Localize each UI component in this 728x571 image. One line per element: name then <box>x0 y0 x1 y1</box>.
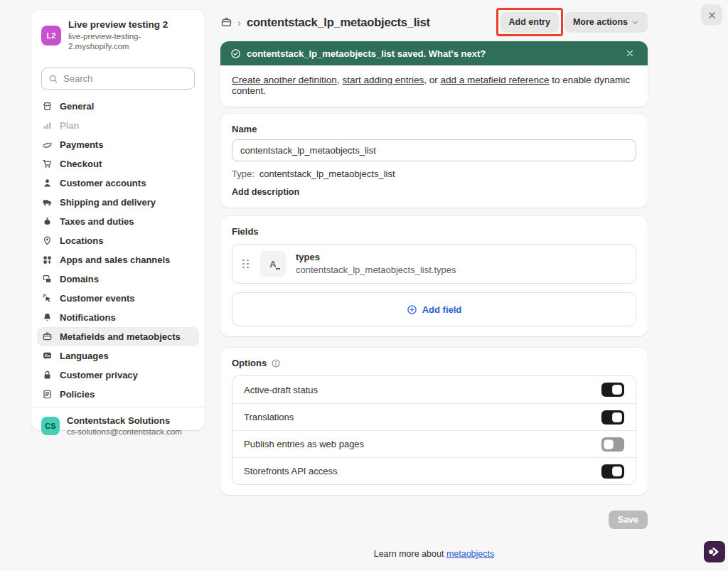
apps-grid-icon <box>42 255 53 265</box>
sidebar-item-general[interactable]: General <box>37 97 199 116</box>
policies-icon <box>42 389 53 400</box>
field-name: types <box>296 252 456 263</box>
sidebar-item-checkout[interactable]: Checkout <box>37 154 199 174</box>
user-email: cs-solutions@contentstack.com <box>67 427 182 437</box>
bell-icon <box>42 312 53 323</box>
drag-handle-icon[interactable] <box>242 260 249 269</box>
languages-icon: Aa <box>42 351 53 361</box>
sidebar-item-shipping[interactable]: Shipping and delivery <box>37 193 199 212</box>
sidebar-item-label: General <box>60 101 94 112</box>
truck-icon <box>42 197 53 208</box>
search-box[interactable] <box>41 68 195 90</box>
type-label: Type: <box>232 169 255 179</box>
search-input[interactable] <box>63 73 188 84</box>
create-another-definition-link[interactable]: Create another definition <box>232 75 337 85</box>
domains-icon <box>42 274 53 284</box>
store-icon <box>42 101 53 112</box>
svg-text:a: a <box>48 353 50 358</box>
learn-more-prefix: Learn more about <box>374 549 446 559</box>
field-row-types[interactable]: A types contentstack_lp_metaobjects_list… <box>232 244 636 284</box>
success-banner: contentstack_lp_metaobjects_list saved. … <box>220 41 648 107</box>
user-name: Contentstack Solutions <box>67 415 182 426</box>
metaobjects-link[interactable]: metaobjects <box>446 549 494 559</box>
sidebar-item-plan[interactable]: Plan <box>37 116 199 135</box>
toggle-knob <box>604 439 614 449</box>
logged-in-user: CS Contentstack Solutions cs-solutions@c… <box>31 407 205 444</box>
sidebar-item-notifications[interactable]: Notifications <box>37 308 199 327</box>
field-key: contentstack_lp_metaobjects_list.types <box>296 265 456 276</box>
contentstack-logo[interactable] <box>704 541 725 562</box>
cart-icon <box>42 159 53 169</box>
fields-label: Fields <box>232 226 636 237</box>
add-field-button[interactable]: Add field <box>232 292 636 326</box>
add-entry-button[interactable]: Add entry <box>500 12 559 32</box>
store-domain: live-preview-testing-2.myshopify.com <box>68 31 195 51</box>
sidebar-item-label: Metafields and metaobjects <box>60 331 181 342</box>
option-label: Translations <box>244 412 294 422</box>
add-metafield-reference-link[interactable]: add a metafield reference <box>440 75 549 85</box>
page-title: contentstack_lp_metaobjects_list <box>247 16 430 29</box>
payments-icon <box>42 139 53 150</box>
cursor-spark-icon <box>42 293 53 304</box>
sidebar-item-taxes[interactable]: Taxes and duties <box>37 212 199 231</box>
chevron-down-icon <box>631 18 639 26</box>
type-value: contentstack_lp_metaobjects_list <box>259 169 395 179</box>
plus-circle-icon <box>407 304 417 315</box>
sidebar-item-label: Taxes and duties <box>60 216 134 227</box>
banner-text: , or <box>424 75 440 85</box>
banner-close-button[interactable] <box>622 46 638 61</box>
option-row: Storefronts API access <box>232 457 636 484</box>
options-label: Options <box>232 358 267 368</box>
sidebar-item-label: Payments <box>60 139 103 150</box>
plan-icon <box>42 120 53 131</box>
sidebar-item-metafields[interactable]: Metafields and metaobjects <box>37 327 199 346</box>
info-icon[interactable] <box>271 358 281 368</box>
money-bag-icon <box>42 216 53 227</box>
options-card: Options Active-draft status Translations… <box>220 348 648 495</box>
sidebar-item-customer-privacy[interactable]: Customer privacy <box>37 365 199 385</box>
search-icon <box>48 74 58 84</box>
toggle-active-draft-status[interactable] <box>601 383 624 397</box>
store-header[interactable]: L2 Live preview testing 2 live-preview-t… <box>31 10 205 60</box>
sidebar-item-customer-accounts[interactable]: Customer accounts <box>37 174 199 193</box>
save-button[interactable]: Save <box>609 511 648 529</box>
option-row: Translations <box>232 403 636 430</box>
breadcrumb-chevron: › <box>237 16 241 28</box>
sidebar-item-label: Apps and sales channels <box>60 255 170 265</box>
sidebar-item-languages[interactable]: Aa Languages <box>37 346 199 365</box>
close-settings-button[interactable] <box>701 4 722 26</box>
add-description-button[interactable]: Add description <box>232 187 299 197</box>
sidebar-item-label: Locations <box>60 235 103 246</box>
option-label: Publish entries as web pages <box>244 439 364 449</box>
name-input[interactable] <box>232 139 636 161</box>
banner-title: contentstack_lp_metaobjects_list saved. … <box>247 48 486 59</box>
toggle-knob <box>612 385 622 395</box>
fields-card: Fields A types contentstack_lp_metaobjec… <box>220 216 648 336</box>
check-circle-icon <box>230 48 241 59</box>
toggle-translations[interactable] <box>601 410 624 425</box>
sidebar-item-label: Checkout <box>60 159 102 169</box>
location-pin-icon <box>42 235 53 246</box>
store-avatar: L2 <box>41 26 61 46</box>
sidebar-item-payments[interactable]: Payments <box>37 135 199 154</box>
close-icon <box>626 49 634 58</box>
sidebar-item-policies[interactable]: Policies <box>37 385 199 404</box>
sidebar-item-apps[interactable]: Apps and sales channels <box>37 250 199 270</box>
sidebar-item-domains[interactable]: Domains <box>37 270 199 289</box>
toggle-publish-entries-web-pages[interactable] <box>601 437 624 452</box>
banner-body: Create another definition, start adding … <box>220 65 648 107</box>
sidebar-item-label: Policies <box>60 389 95 400</box>
more-actions-button[interactable]: More actions <box>564 12 648 32</box>
sidebar-item-label: Languages <box>60 351 109 361</box>
sidebar-item-customer-events[interactable]: Customer events <box>37 289 199 308</box>
option-label: Active-draft status <box>244 385 318 395</box>
start-adding-entries-link[interactable]: start adding entries <box>342 75 424 85</box>
person-icon <box>42 178 53 188</box>
lock-icon <box>42 370 53 380</box>
sidebar-item-label: Plan <box>60 120 79 131</box>
sidebar-item-locations[interactable]: Locations <box>37 231 199 250</box>
option-label: Storefronts API access <box>244 466 338 476</box>
name-card: Name Type:contentstack_lp_metaobjects_li… <box>220 114 648 208</box>
toggle-storefronts-api-access[interactable] <box>601 464 624 479</box>
close-icon <box>707 11 717 20</box>
